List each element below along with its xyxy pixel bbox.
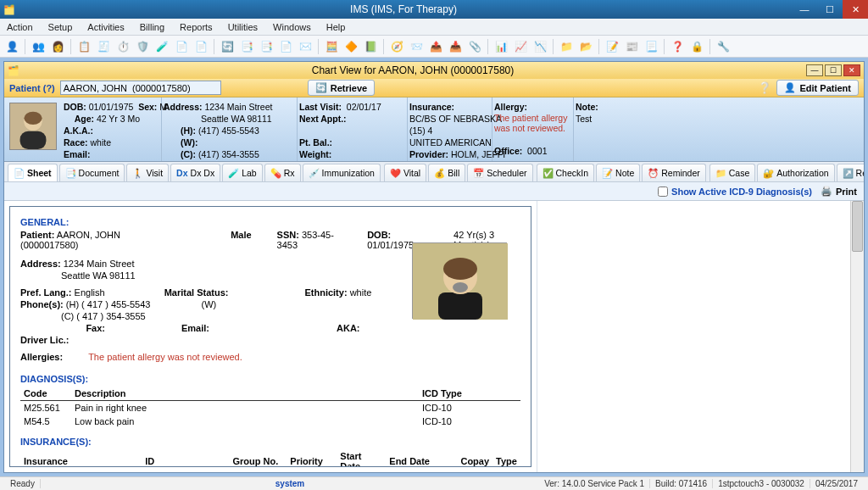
table-row: M25.561Pain in right kneeICD-10 (20, 401, 520, 415)
tab-checkin[interactable]: ✅CheckIn (537, 164, 595, 181)
toolbar-icon[interactable]: 📥 (447, 38, 464, 55)
tab-document[interactable]: 📑Document (59, 164, 125, 181)
toolbar-icon[interactable]: 📄 (173, 38, 190, 55)
patient-photo-large (412, 242, 507, 319)
subwin-close-button[interactable]: ✕ (843, 64, 860, 76)
toolbar-icon[interactable]: 👤 (3, 38, 20, 55)
tab-scheduler[interactable]: 📅Scheduler (467, 164, 532, 181)
toolbar-icon[interactable]: 📊 (492, 38, 509, 55)
tab-dx[interactable]: DxDx Dx (170, 164, 220, 181)
tab-sheet[interactable]: 📄Sheet (8, 164, 58, 181)
toolbar-icon[interactable]: 🧾 (95, 38, 112, 55)
app-icon: 🗂️ (3, 4, 15, 15)
minimize-button[interactable]: — (792, 0, 817, 19)
toolbar-icon[interactable]: 📁 (558, 38, 575, 55)
toolbar-icon[interactable]: 📃 (643, 38, 659, 55)
insurance-table: Insurance ID Group No. Priority Start Da… (20, 449, 520, 467)
patient-label: Patient (?) (9, 83, 55, 93)
subwindow-icon: 🗂️ (8, 65, 19, 76)
maximize-button[interactable]: ☐ (817, 0, 843, 19)
toolbar-icon[interactable]: 📄 (192, 38, 209, 55)
tab-visit[interactable]: 🚶Visit (126, 164, 169, 181)
toolbar-icon[interactable]: 👥 (30, 38, 47, 55)
tab-rx[interactable]: 💊Rx (264, 164, 301, 181)
status-bar: Ready system Ver: 14.0.0 Service Pack 1 … (0, 476, 868, 490)
chart-sheet: GENERAL: Patient: AARON, JOHN (000001758… (9, 206, 531, 467)
menu-windows[interactable]: Windows (271, 20, 313, 34)
close-button[interactable]: ✕ (843, 0, 868, 19)
toolbar-icon[interactable]: 📨 (408, 38, 425, 55)
toolbar-icon[interactable]: 📈 (512, 38, 529, 55)
tab-vital[interactable]: ❤️Vital (384, 164, 426, 181)
subwindow-title: Chart View for AARON, JOHN (0000017580) (19, 64, 806, 76)
patient-input[interactable] (60, 81, 221, 95)
tab-reminder[interactable]: ⏰Reminder (642, 164, 706, 181)
toolbar-icon[interactable]: 🧪 (153, 38, 170, 55)
help-icon[interactable]: ❔ (758, 81, 771, 94)
toolbar-icon[interactable]: ⏱️ (114, 38, 131, 55)
patient-summary: DOB: 01/01/1975 Sex: M Age: 42 Yr 3 Mo A… (4, 97, 864, 162)
toolbar-icon[interactable]: 📗 (362, 38, 379, 55)
app-titlebar: 🗂️ IMS (IMS, For Therapy) — ☐ ✕ (0, 0, 868, 19)
show-active-icd9-checkbox[interactable]: Show Active ICD-9 Diagnosis(s) (658, 187, 812, 197)
tab-authorization[interactable]: 🔐Authorization (757, 164, 834, 181)
menu-utilities[interactable]: Utilities (226, 20, 259, 34)
tab-lab[interactable]: 🧪Lab (222, 164, 263, 181)
status-version: Ver: 14.0.0 Service Pack 1 (539, 479, 650, 488)
toolbar-icon[interactable]: 📉 (531, 38, 548, 55)
tab-bill[interactable]: 💰Bill (428, 164, 465, 181)
toolbar-icon[interactable]: 📄 (277, 38, 294, 55)
status-system: system (41, 479, 539, 488)
subwin-minimize-button[interactable]: — (806, 64, 823, 76)
section-insurance: INSURANCE(S): (20, 437, 520, 447)
status-date: 04/25/2017 (810, 479, 863, 488)
toolbar-icon[interactable]: 🔄 (219, 38, 236, 55)
status-ready: Ready (5, 479, 41, 488)
svg-rect-2 (20, 131, 47, 149)
toolbar-icon[interactable]: 🔶 (342, 38, 359, 55)
toolbar-icon[interactable]: 📑 (238, 38, 255, 55)
tab-immunization[interactable]: 💉Immunization (303, 164, 381, 181)
toolbar-icon[interactable]: 👩 (49, 38, 66, 55)
toolbar-icon[interactable]: 🧭 (388, 38, 405, 55)
scrollbar[interactable] (850, 201, 864, 472)
section-diagnosis: DIAGNOSIS(S): (20, 374, 520, 384)
toolbar-icon[interactable]: 📎 (466, 38, 483, 55)
toolbar-icon[interactable]: 🧮 (323, 38, 340, 55)
status-host: 1stpctouch3 - 0030032 (713, 479, 810, 488)
tab-referral[interactable]: ↗️Referral (837, 164, 864, 181)
menu-reports[interactable]: Reports (178, 20, 214, 34)
tab-case[interactable]: 📁Case (709, 164, 756, 181)
diagnosis-table: CodeDescriptionICD Type M25.561Pain in r… (20, 387, 520, 428)
toolbar-icon[interactable]: 🛡️ (134, 38, 151, 55)
menu-activities[interactable]: Activities (86, 20, 125, 34)
toolbar-icon[interactable]: 📋 (75, 38, 92, 55)
app-title: IMS (IMS, For Therapy) (15, 3, 792, 15)
svg-point-8 (443, 258, 477, 280)
toolbar-icon[interactable]: ✉️ (297, 38, 314, 55)
toolbar-icon[interactable]: 🔧 (715, 38, 732, 55)
chart-view-window: 🗂️ Chart View for AARON, JOHN (000001758… (3, 61, 865, 473)
subwin-maximize-button[interactable]: ☐ (825, 64, 842, 76)
print-button[interactable]: 🖨️ Print (821, 186, 857, 197)
menu-setup[interactable]: Setup (47, 20, 75, 34)
toolbar-icon[interactable]: 📂 (577, 38, 594, 55)
patient-photo (9, 103, 57, 150)
retrieve-button[interactable]: 🔄 Retrieve (308, 80, 375, 96)
menu-help[interactable]: Help (325, 20, 348, 34)
svg-rect-6 (438, 292, 482, 320)
toolbar-icon[interactable]: 📝 (604, 38, 620, 55)
svg-point-4 (24, 112, 42, 125)
toolbar-icon[interactable]: 🔒 (688, 38, 705, 55)
side-panel (537, 201, 850, 472)
section-general: GENERAL: (20, 217, 520, 227)
toolbar-icon[interactable]: 📰 (623, 38, 640, 55)
tab-note[interactable]: 📝Note (596, 164, 640, 181)
edit-patient-button[interactable]: 👤 Edit Patient (776, 80, 859, 96)
toolbar-icon[interactable]: 📤 (427, 38, 444, 55)
toolbar-icon[interactable]: 📑 (258, 38, 275, 55)
toolbar-icon[interactable]: ❓ (669, 38, 686, 55)
menu-action[interactable]: Action (5, 20, 35, 34)
menu-bar: Action Setup Activities Billing Reports … (0, 19, 868, 36)
menu-billing[interactable]: Billing (138, 20, 166, 34)
